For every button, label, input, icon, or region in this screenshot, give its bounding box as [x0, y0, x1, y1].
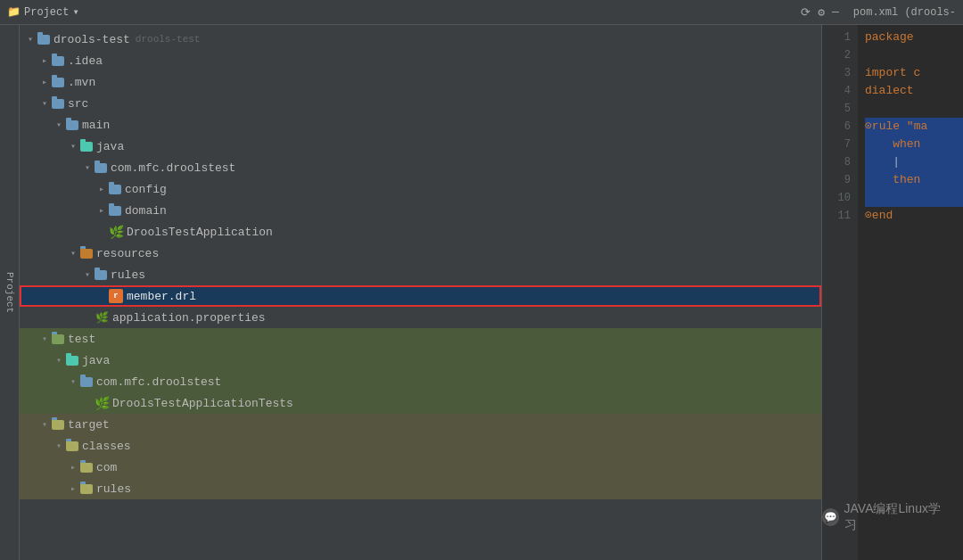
folder-icon: 📁: [7, 5, 21, 19]
label-src: src: [68, 97, 88, 111]
watermark-icon: 💬: [822, 508, 839, 526]
code-line-6: ⊙rule "ma: [865, 118, 963, 136]
tree-item-src[interactable]: src: [20, 93, 821, 114]
tree-item-test[interactable]: test: [20, 328, 821, 350]
folder-icon-config: [109, 185, 121, 194]
arrow-package: [80, 162, 95, 173]
folder-icon-rules: [95, 270, 107, 280]
folder-icon-target: [52, 420, 64, 430]
tree-item-app-tests[interactable]: 🌿 DroolsTestApplicationTests: [20, 392, 821, 414]
line-num-6: 6: [822, 118, 858, 136]
tree-item-root[interactable]: drools-test drools-test: [20, 29, 821, 50]
label-idea: .idea: [68, 54, 103, 68]
line-num-4: 4: [822, 82, 858, 100]
label-app: DroolsTestApplication: [127, 226, 273, 239]
label-rules-target: rules: [96, 482, 131, 496]
folder-icon-classes: [66, 441, 78, 451]
arrow-target: [37, 419, 52, 430]
tree-item-properties[interactable]: 🌿 application.properties: [20, 307, 821, 328]
label-rules: rules: [111, 268, 145, 282]
tree-item-domain[interactable]: domain: [20, 200, 821, 221]
line-num-11: 11: [822, 207, 858, 225]
arrow-test: [37, 334, 52, 344]
arrow-domain: [95, 205, 109, 216]
line-numbers: 1 2 3 4 5 6 7 8 9 10 11: [822, 25, 858, 560]
tree-item-package-test[interactable]: com.mfc.droolstest: [20, 371, 821, 392]
arrow-idea: [37, 55, 52, 66]
folder-icon-resources: [80, 249, 93, 259]
folder-icon-rules-target: [80, 484, 93, 494]
tree-item-package[interactable]: com.mfc.droolstest: [20, 157, 821, 178]
project-tree[interactable]: drools-test drools-test .idea .mvn src: [20, 25, 822, 560]
project-label: 📁 Project ▾: [7, 5, 79, 19]
settings-icon[interactable]: ⚙: [818, 5, 825, 20]
folder-icon-domain: [109, 206, 121, 216]
tree-item-resources[interactable]: resources: [20, 243, 821, 264]
tree-item-member-drl[interactable]: r member.drl: [20, 285, 821, 307]
minimize-icon[interactable]: —: [832, 5, 839, 19]
folder-icon-com: [80, 463, 93, 473]
arrow-resources: [66, 248, 80, 259]
label-app-tests: DroolsTestApplicationTests: [112, 397, 293, 410]
folder-icon-mvn: [52, 78, 64, 87]
label-root: drools-test: [54, 33, 130, 46]
code-line-2: [865, 46, 963, 64]
label-java-test: java: [82, 354, 110, 367]
tree-item-com[interactable]: com: [20, 457, 821, 478]
label-resources: resources: [96, 247, 159, 260]
label-domain: domain: [125, 204, 167, 218]
code-line-1: package: [865, 29, 963, 46]
code-content: 1 2 3 4 5 6 7 8 9 10 11 package import c…: [822, 25, 963, 560]
line-num-2: 2: [822, 46, 858, 64]
watermark: 💬 JAVA编程Linux学习: [822, 501, 945, 533]
arrow-main: [52, 119, 66, 130]
label-package: com.mfc.droolstest: [111, 161, 235, 175]
tree-item-main[interactable]: main: [20, 114, 821, 136]
arrow-classes: [52, 441, 66, 451]
arrow-src: [37, 98, 52, 109]
tree-item-mvn[interactable]: .mvn: [20, 71, 821, 93]
arrow-java: [66, 141, 80, 152]
tree-item-config[interactable]: config: [20, 178, 821, 200]
label-java: java: [96, 140, 124, 153]
dropdown-arrow[interactable]: ▾: [72, 5, 78, 19]
tree-item-rules-target[interactable]: rules: [20, 478, 821, 499]
arrow-rules: [80, 269, 95, 280]
top-bar: 📁 Project ▾ ⟳ ⚙ — pom.xml (drools-: [0, 0, 963, 25]
code-line-7: when: [865, 136, 963, 153]
panel-label[interactable]: Project: [0, 25, 20, 560]
code-tab-label: pom.xml (drools-: [853, 6, 956, 19]
folder-icon-java-test: [66, 356, 78, 366]
tree-item-app[interactable]: 🌿 DroolsTestApplication: [20, 221, 821, 243]
arrow-mvn: [37, 77, 52, 87]
label-properties: application.properties: [112, 311, 266, 325]
tree-root: drools-test drools-test .idea .mvn src: [20, 25, 821, 503]
sync-icon[interactable]: ⟳: [801, 5, 811, 20]
tree-item-java[interactable]: java: [20, 136, 821, 157]
label-mvn: .mvn: [68, 76, 95, 89]
arrow-package-test: [66, 376, 80, 387]
code-line-8: |: [865, 153, 963, 171]
watermark-text: JAVA编程Linux学习: [844, 501, 945, 533]
main-layout: Project drools-test drools-test .idea .m: [0, 25, 963, 560]
arrow-com: [66, 462, 80, 473]
folder-icon-package: [95, 163, 107, 173]
drl-icon: r: [109, 289, 123, 303]
tree-item-classes[interactable]: classes: [20, 435, 821, 457]
arrow-java-test: [52, 355, 66, 366]
label-classes: classes: [82, 440, 131, 453]
line-num-5: 5: [822, 100, 858, 118]
folder-icon-root: [37, 35, 50, 45]
properties-icon: 🌿: [95, 310, 109, 325]
tree-item-rules[interactable]: rules: [20, 264, 821, 285]
tree-item-target[interactable]: target: [20, 414, 821, 435]
code-line-5: [865, 100, 963, 118]
tree-item-java-test[interactable]: java: [20, 350, 821, 371]
label-com: com: [96, 461, 117, 474]
code-line-3: import c: [865, 64, 963, 82]
line-num-3: 3: [822, 64, 858, 82]
code-lines[interactable]: package import c dialect ⊙rule "ma when …: [858, 25, 963, 560]
folder-icon-main: [66, 120, 78, 130]
label-target: target: [68, 418, 110, 432]
tree-item-idea[interactable]: .idea: [20, 50, 821, 71]
